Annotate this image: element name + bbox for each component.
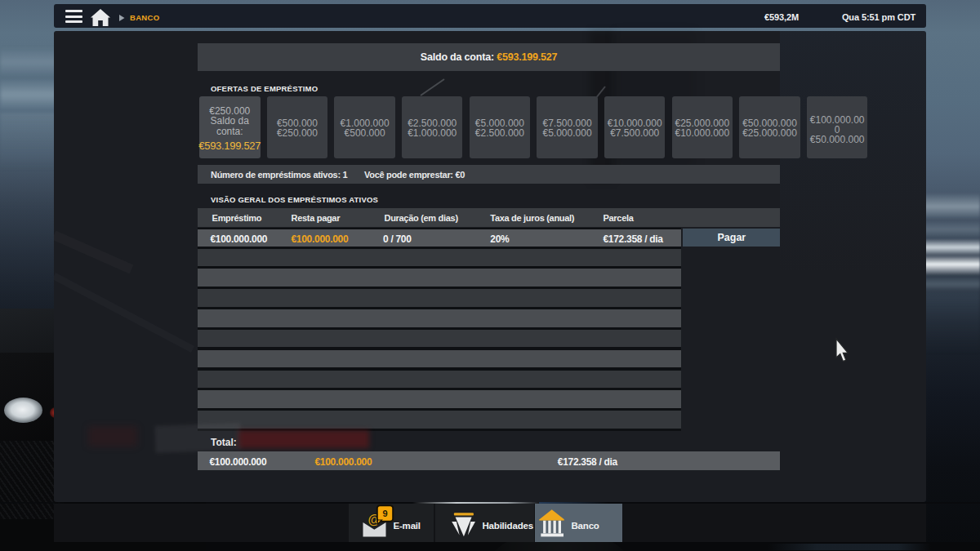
svg-text:9: 9 <box>382 509 387 518</box>
